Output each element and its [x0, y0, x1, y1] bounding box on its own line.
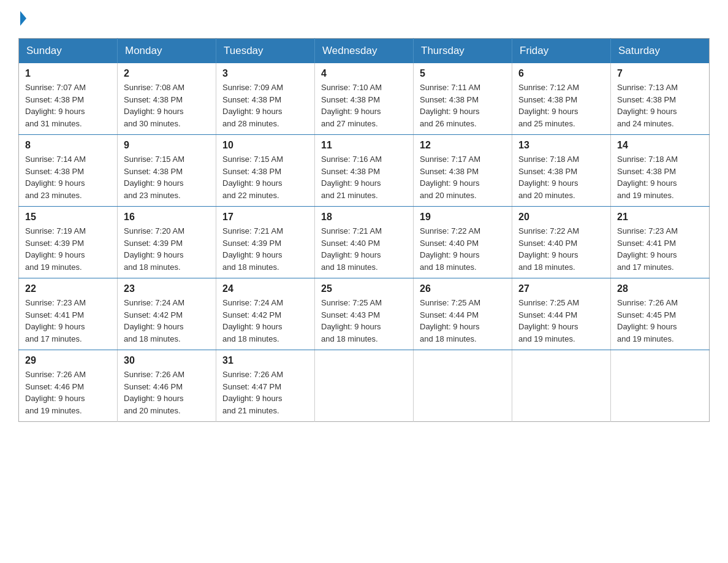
day-info: Sunrise: 7:23 AMSunset: 4:41 PMDaylight:… [617, 226, 678, 272]
day-info: Sunrise: 7:26 AMSunset: 4:46 PMDaylight:… [25, 370, 86, 415]
day-number: 18 [321, 212, 407, 223]
day-number: 15 [25, 212, 111, 223]
calendar-cell: 11 Sunrise: 7:16 AMSunset: 4:38 PMDaylig… [315, 135, 414, 207]
weekday-header-friday: Friday [512, 39, 611, 64]
day-number: 16 [124, 212, 210, 223]
day-number: 4 [321, 68, 407, 79]
day-info: Sunrise: 7:15 AMSunset: 4:38 PMDaylight:… [222, 155, 283, 200]
day-number: 24 [222, 283, 308, 294]
day-number: 1 [25, 68, 111, 79]
day-info: Sunrise: 7:25 AMSunset: 4:44 PMDaylight:… [518, 298, 579, 343]
page-header [18, 12, 710, 26]
calendar-cell: 21 Sunrise: 7:23 AMSunset: 4:41 PMDaylig… [611, 207, 710, 278]
calendar-cell: 6 Sunrise: 7:12 AMSunset: 4:38 PMDayligh… [512, 63, 611, 135]
calendar-cell: 20 Sunrise: 7:22 AMSunset: 4:40 PMDaylig… [512, 207, 611, 278]
calendar-cell: 30 Sunrise: 7:26 AMSunset: 4:46 PMDaylig… [118, 350, 216, 422]
day-number: 28 [617, 283, 703, 294]
day-number: 23 [124, 283, 210, 294]
calendar-cell [414, 350, 512, 422]
day-info: Sunrise: 7:21 AMSunset: 4:39 PMDaylight:… [222, 226, 283, 272]
calendar-table: SundayMondayTuesdayWednesdayThursdayFrid… [18, 38, 710, 422]
logo-blue-part [18, 12, 26, 26]
day-number: 26 [420, 283, 506, 294]
day-number: 31 [222, 355, 308, 366]
calendar-cell: 10 Sunrise: 7:15 AMSunset: 4:38 PMDaylig… [216, 135, 315, 207]
day-number: 30 [124, 355, 210, 366]
calendar-cell: 28 Sunrise: 7:26 AMSunset: 4:45 PMDaylig… [611, 278, 710, 350]
day-number: 25 [321, 283, 407, 294]
day-info: Sunrise: 7:17 AMSunset: 4:38 PMDaylight:… [420, 155, 480, 200]
day-number: 27 [518, 283, 604, 294]
calendar-cell: 18 Sunrise: 7:21 AMSunset: 4:40 PMDaylig… [315, 207, 414, 278]
day-number: 5 [420, 68, 506, 79]
calendar-cell: 5 Sunrise: 7:11 AMSunset: 4:38 PMDayligh… [414, 63, 512, 135]
day-number: 21 [617, 212, 703, 223]
calendar-cell [512, 350, 611, 422]
day-info: Sunrise: 7:09 AMSunset: 4:38 PMDaylight:… [222, 83, 283, 128]
calendar-cell: 31 Sunrise: 7:26 AMSunset: 4:47 PMDaylig… [216, 350, 315, 422]
calendar-cell: 23 Sunrise: 7:24 AMSunset: 4:42 PMDaylig… [118, 278, 216, 350]
day-info: Sunrise: 7:26 AMSunset: 4:45 PMDaylight:… [617, 298, 678, 343]
day-number: 19 [420, 212, 506, 223]
logo [18, 12, 26, 26]
day-number: 14 [617, 140, 703, 151]
day-number: 6 [518, 68, 604, 79]
day-info: Sunrise: 7:12 AMSunset: 4:38 PMDaylight:… [518, 83, 579, 128]
day-number: 7 [617, 68, 703, 79]
calendar-cell [315, 350, 414, 422]
day-info: Sunrise: 7:21 AMSunset: 4:40 PMDaylight:… [321, 226, 382, 272]
day-info: Sunrise: 7:25 AMSunset: 4:44 PMDaylight:… [420, 298, 480, 343]
day-number: 3 [222, 68, 308, 79]
calendar-week-row: 1 Sunrise: 7:07 AMSunset: 4:38 PMDayligh… [19, 63, 710, 135]
weekday-header-sunday: Sunday [19, 39, 118, 64]
day-number: 29 [25, 355, 111, 366]
day-info: Sunrise: 7:07 AMSunset: 4:38 PMDaylight:… [25, 83, 86, 128]
weekday-header-wednesday: Wednesday [315, 39, 414, 64]
calendar-week-row: 29 Sunrise: 7:26 AMSunset: 4:46 PMDaylig… [19, 350, 710, 422]
calendar-cell: 29 Sunrise: 7:26 AMSunset: 4:46 PMDaylig… [19, 350, 118, 422]
day-number: 13 [518, 140, 604, 151]
day-number: 11 [321, 140, 407, 151]
day-number: 12 [420, 140, 506, 151]
calendar-cell: 4 Sunrise: 7:10 AMSunset: 4:38 PMDayligh… [315, 63, 414, 135]
day-info: Sunrise: 7:25 AMSunset: 4:43 PMDaylight:… [321, 298, 382, 343]
calendar-week-row: 15 Sunrise: 7:19 AMSunset: 4:39 PMDaylig… [19, 207, 710, 278]
day-number: 22 [25, 283, 111, 294]
calendar-cell: 14 Sunrise: 7:18 AMSunset: 4:38 PMDaylig… [611, 135, 710, 207]
day-info: Sunrise: 7:13 AMSunset: 4:38 PMDaylight:… [617, 83, 678, 128]
day-number: 20 [518, 212, 604, 223]
calendar-cell: 8 Sunrise: 7:14 AMSunset: 4:38 PMDayligh… [19, 135, 118, 207]
weekday-header-thursday: Thursday [414, 39, 512, 64]
day-info: Sunrise: 7:08 AMSunset: 4:38 PMDaylight:… [124, 83, 184, 128]
logo-triangle-icon [20, 11, 26, 26]
day-number: 8 [25, 140, 111, 151]
day-info: Sunrise: 7:10 AMSunset: 4:38 PMDaylight:… [321, 83, 382, 128]
calendar-cell: 13 Sunrise: 7:18 AMSunset: 4:38 PMDaylig… [512, 135, 611, 207]
day-info: Sunrise: 7:16 AMSunset: 4:38 PMDaylight:… [321, 155, 382, 200]
weekday-header-saturday: Saturday [611, 39, 710, 64]
calendar-cell: 15 Sunrise: 7:19 AMSunset: 4:39 PMDaylig… [19, 207, 118, 278]
calendar-cell: 2 Sunrise: 7:08 AMSunset: 4:38 PMDayligh… [118, 63, 216, 135]
calendar-cell: 24 Sunrise: 7:24 AMSunset: 4:42 PMDaylig… [216, 278, 315, 350]
weekday-header-monday: Monday [118, 39, 216, 64]
calendar-cell [611, 350, 710, 422]
calendar-cell: 7 Sunrise: 7:13 AMSunset: 4:38 PMDayligh… [611, 63, 710, 135]
day-info: Sunrise: 7:26 AMSunset: 4:47 PMDaylight:… [222, 370, 283, 415]
calendar-week-row: 22 Sunrise: 7:23 AMSunset: 4:41 PMDaylig… [19, 278, 710, 350]
calendar-cell: 19 Sunrise: 7:22 AMSunset: 4:40 PMDaylig… [414, 207, 512, 278]
calendar-cell: 22 Sunrise: 7:23 AMSunset: 4:41 PMDaylig… [19, 278, 118, 350]
day-info: Sunrise: 7:23 AMSunset: 4:41 PMDaylight:… [25, 298, 86, 343]
day-info: Sunrise: 7:26 AMSunset: 4:46 PMDaylight:… [124, 370, 184, 415]
weekday-header-row: SundayMondayTuesdayWednesdayThursdayFrid… [19, 39, 710, 64]
day-info: Sunrise: 7:14 AMSunset: 4:38 PMDaylight:… [25, 155, 86, 200]
calendar-cell: 17 Sunrise: 7:21 AMSunset: 4:39 PMDaylig… [216, 207, 315, 278]
day-info: Sunrise: 7:19 AMSunset: 4:39 PMDaylight:… [25, 226, 86, 272]
day-info: Sunrise: 7:24 AMSunset: 4:42 PMDaylight:… [124, 298, 184, 343]
day-number: 2 [124, 68, 210, 79]
day-info: Sunrise: 7:18 AMSunset: 4:38 PMDaylight:… [518, 155, 579, 200]
day-info: Sunrise: 7:11 AMSunset: 4:38 PMDaylight:… [420, 83, 480, 128]
calendar-cell: 9 Sunrise: 7:15 AMSunset: 4:38 PMDayligh… [118, 135, 216, 207]
calendar-cell: 3 Sunrise: 7:09 AMSunset: 4:38 PMDayligh… [216, 63, 315, 135]
calendar-cell: 1 Sunrise: 7:07 AMSunset: 4:38 PMDayligh… [19, 63, 118, 135]
day-info: Sunrise: 7:20 AMSunset: 4:39 PMDaylight:… [124, 226, 184, 272]
